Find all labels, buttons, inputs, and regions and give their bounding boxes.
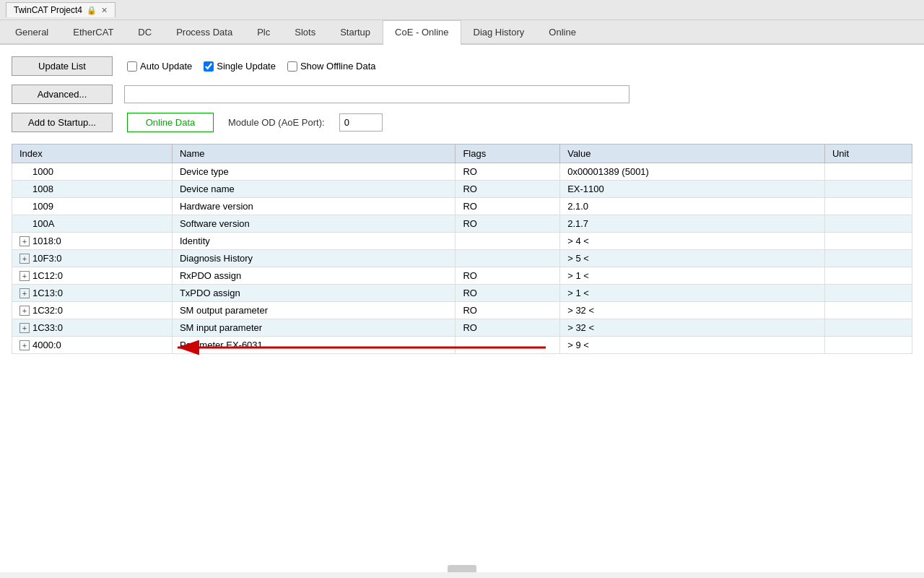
cell-unit <box>824 250 912 267</box>
table-row[interactable]: +1018:0Identity> 4 < <box>12 233 912 250</box>
cell-index: +1C13:0 <box>12 285 173 302</box>
cell-flags: RO <box>456 302 560 319</box>
cell-name: Diagnosis History <box>172 250 455 267</box>
cell-unit <box>824 215 912 233</box>
expand-icon[interactable]: + <box>19 254 30 264</box>
title-bar: TwinCAT Project4 🔒 ✕ <box>0 0 924 20</box>
show-offline-data-checkbox-item[interactable]: Show Offline Data <box>287 61 376 72</box>
single-update-checkbox[interactable] <box>204 61 214 72</box>
cell-name: Parameter EX-6031 <box>172 337 455 354</box>
cell-value: 0x00001389 (5001) <box>560 163 825 181</box>
cell-flags: RO <box>456 163 560 181</box>
table-row[interactable]: +1C12:0RxPDO assignRO> 1 < <box>12 267 912 285</box>
table-row[interactable]: 1000Device typeRO0x00001389 (5001) <box>12 163 912 181</box>
update-list-button[interactable]: Update List <box>12 56 113 76</box>
cell-flags: RO <box>456 285 560 302</box>
cell-flags: RO <box>456 319 560 337</box>
cell-unit <box>824 198 912 215</box>
cell-index: +10F3:0 <box>12 250 173 267</box>
show-offline-data-checkbox[interactable] <box>287 61 297 72</box>
expand-icon[interactable]: + <box>19 236 30 246</box>
cell-name: Identity <box>172 233 455 250</box>
expand-icon[interactable]: + <box>19 271 30 281</box>
add-to-startup-button[interactable]: Add to Startup... <box>12 113 113 132</box>
single-update-label: Single Update <box>217 61 276 72</box>
expand-icon[interactable]: + <box>19 306 30 316</box>
cell-index: +1C32:0 <box>12 302 173 319</box>
advanced-button[interactable]: Advanced... <box>12 85 113 104</box>
cell-flags <box>456 250 560 267</box>
col-header-name: Name <box>172 144 455 163</box>
tab-online[interactable]: Online <box>536 20 588 43</box>
cell-name: RxPDO assign <box>172 267 455 285</box>
single-update-checkbox-item[interactable]: Single Update <box>204 61 276 72</box>
table-header-row: IndexNameFlagsValueUnit <box>12 144 912 163</box>
expand-icon[interactable]: + <box>19 323 30 333</box>
filter-row: Advanced... <box>12 85 912 104</box>
cell-index: +4000:0 <box>12 337 173 354</box>
expand-icon[interactable]: + <box>19 288 30 298</box>
cell-index: 1000 <box>12 163 173 181</box>
table-row[interactable]: +10F3:0Diagnosis History> 5 < <box>12 250 912 267</box>
online-data-button[interactable]: Online Data <box>127 113 214 132</box>
auto-update-checkbox[interactable] <box>127 61 137 72</box>
cell-index: 100A <box>12 215 173 233</box>
tab-slots[interactable]: Slots <box>282 20 328 43</box>
title-tab[interactable]: TwinCAT Project4 🔒 ✕ <box>6 2 116 17</box>
module-od-input[interactable] <box>339 113 383 131</box>
table-container: IndexNameFlagsValueUnit 1000Device typeR… <box>12 144 912 354</box>
cell-value: > 1 < <box>560 285 825 302</box>
col-header-unit: Unit <box>824 144 912 163</box>
expand-icon[interactable]: + <box>19 340 30 350</box>
cell-value: > 5 < <box>560 250 825 267</box>
table-row[interactable]: +4000:0Parameter EX-6031> 9 < <box>12 337 912 354</box>
tab-general[interactable]: General <box>3 20 61 43</box>
table-row[interactable]: +1C33:0SM input parameterRO> 32 < <box>12 319 912 337</box>
tab-ethercat[interactable]: EtherCAT <box>61 20 126 43</box>
cell-flags: RO <box>456 215 560 233</box>
pin-icon[interactable]: 🔒 <box>87 6 97 15</box>
cell-unit <box>824 233 912 250</box>
cell-unit <box>824 163 912 181</box>
options-row: Add to Startup... Online Data Module OD … <box>12 113 912 132</box>
cell-flags: RO <box>456 198 560 215</box>
cell-value: 2.1.7 <box>560 215 825 233</box>
table-row[interactable]: +1C32:0SM output parameterRO> 32 < <box>12 302 912 319</box>
cell-value: EX-1100 <box>560 181 825 198</box>
cell-unit <box>824 285 912 302</box>
table-row[interactable]: 1009Hardware versionRO2.1.0 <box>12 198 912 215</box>
cell-name: SM input parameter <box>172 319 455 337</box>
close-icon[interactable]: ✕ <box>101 6 108 15</box>
auto-update-label: Auto Update <box>140 61 192 72</box>
filter-input[interactable] <box>124 85 629 103</box>
toolbar-row-1: Update List Auto Update Single Update Sh… <box>12 56 912 76</box>
cell-index: +1018:0 <box>12 233 173 250</box>
table-row[interactable]: 1008Device nameROEX-1100 <box>12 181 912 198</box>
cell-name: Device type <box>172 163 455 181</box>
tab-coe-online[interactable]: CoE - Online <box>383 20 461 45</box>
table-row[interactable]: +1C13:0TxPDO assignRO> 1 < <box>12 285 912 302</box>
tab-dc[interactable]: DC <box>126 20 164 43</box>
tab-diag-history[interactable]: Diag History <box>461 20 537 43</box>
cell-value: > 1 < <box>560 267 825 285</box>
cell-name: Hardware version <box>172 198 455 215</box>
cell-value: 2.1.0 <box>560 198 825 215</box>
cell-value: > 9 < <box>560 337 825 354</box>
tab-startup[interactable]: Startup <box>328 20 383 43</box>
cell-unit <box>824 181 912 198</box>
col-header-value: Value <box>560 144 825 163</box>
coe-table: IndexNameFlagsValueUnit 1000Device typeR… <box>12 144 912 354</box>
scroll-hint[interactable] <box>448 565 476 572</box>
tab-plc[interactable]: Plc <box>245 20 282 43</box>
cell-index: +1C12:0 <box>12 267 173 285</box>
col-header-flags: Flags <box>456 144 560 163</box>
table-row[interactable]: 100ASoftware versionRO2.1.7 <box>12 215 912 233</box>
tab-process-data[interactable]: Process Data <box>164 20 245 43</box>
auto-update-checkbox-item[interactable]: Auto Update <box>127 61 192 72</box>
nav-tabs-wrapper: GeneralEtherCATDCProcess DataPlcSlotsSta… <box>0 20 924 45</box>
cell-name: SM output parameter <box>172 302 455 319</box>
cell-name: Software version <box>172 215 455 233</box>
cell-index: 1008 <box>12 181 173 198</box>
cell-name: Device name <box>172 181 455 198</box>
cell-unit <box>824 267 912 285</box>
